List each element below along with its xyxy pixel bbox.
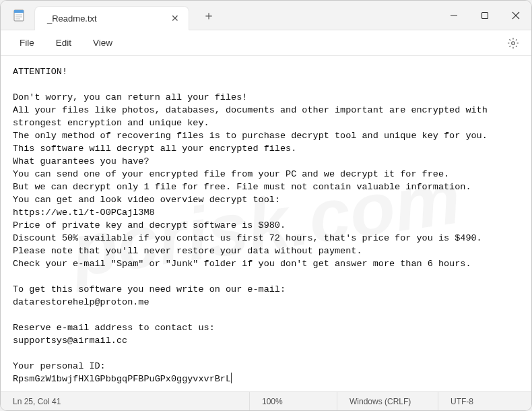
new-tab-button[interactable]: ＋ <box>199 5 219 26</box>
text-editor-area[interactable]: ATTENTION! Don't worry, you can return a… <box>1 56 531 391</box>
maximize-button[interactable] <box>469 1 500 30</box>
menu-bar: File Edit View <box>1 30 531 56</box>
document-text: ATTENTION! Don't worry, you can return a… <box>13 67 493 384</box>
svg-rect-6 <box>482 12 488 18</box>
svg-point-9 <box>512 41 515 44</box>
tab-title: _Readme.txt <box>47 13 97 24</box>
menu-view[interactable]: View <box>82 34 123 52</box>
status-encoding[interactable]: UTF-8 <box>438 392 531 410</box>
notepad-icon <box>13 9 25 22</box>
svg-rect-1 <box>14 10 24 13</box>
menu-edit[interactable]: Edit <box>45 34 82 52</box>
notepad-window: _Readme.txt ✕ ＋ File Edit View ATTENTIO <box>0 0 532 411</box>
window-controls <box>438 1 531 30</box>
document-tab[interactable]: _Readme.txt ✕ <box>34 6 189 30</box>
tab-close-button[interactable]: ✕ <box>168 11 182 25</box>
text-caret <box>231 373 232 383</box>
title-bar: _Readme.txt ✕ ＋ <box>1 1 531 30</box>
status-cursor-position: Ln 25, Col 41 <box>1 392 250 410</box>
settings-button[interactable] <box>503 33 523 53</box>
status-bar: Ln 25, Col 41 100% Windows (CRLF) UTF-8 <box>1 391 531 410</box>
menu-file[interactable]: File <box>9 34 45 52</box>
status-line-endings[interactable]: Windows (CRLF) <box>337 392 438 410</box>
minimize-button[interactable] <box>438 1 469 30</box>
status-zoom-level[interactable]: 100% <box>250 392 337 410</box>
close-button[interactable] <box>500 1 531 30</box>
